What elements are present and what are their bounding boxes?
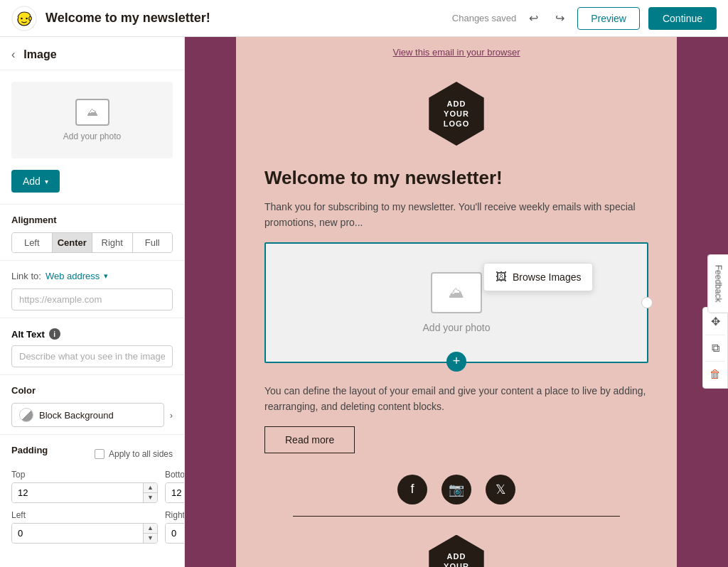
color-swatch xyxy=(19,408,33,422)
nav-left: Welcome to my newsletter! xyxy=(11,6,210,31)
padding-top: Top ▲ ▼ xyxy=(11,470,158,503)
view-browser-link[interactable]: View this email in your browser xyxy=(393,47,520,58)
padding-left: Left ▲ ▼ xyxy=(11,510,158,544)
padding-section: Padding Apply to all sides Top ▲ ▼ xyxy=(0,434,184,551)
alignment-label: Alignment xyxy=(11,215,173,225)
email-container: View this email in your browser ADDYOURL… xyxy=(236,37,677,567)
bottom-stepper[interactable]: ▲ ▼ xyxy=(165,482,185,503)
left-input[interactable] xyxy=(12,524,143,543)
align-full-button[interactable]: Full xyxy=(133,233,173,252)
browse-images-popup[interactable]: 🖼 Browse Images xyxy=(483,263,593,291)
top-down-button[interactable]: ▼ xyxy=(144,493,157,502)
footer-logo-section: ADDYOURLOGO xyxy=(264,528,648,567)
toolbar-divider-2 xyxy=(705,361,725,362)
mailchimp-logo xyxy=(11,6,37,31)
right-label: Right xyxy=(165,510,185,520)
right-input[interactable] xyxy=(166,524,185,543)
bottom-input[interactable] xyxy=(166,483,185,502)
nav-right: Changes saved ↩ ↪ Preview Continue xyxy=(452,7,717,30)
add-photo-label: Add your photo xyxy=(63,131,121,141)
add-block-button[interactable]: + xyxy=(446,352,466,372)
apply-all: Apply to all sides xyxy=(95,449,173,459)
right-stepper[interactable]: ▲ ▼ xyxy=(165,523,185,544)
preview-button[interactable]: Preview xyxy=(577,7,640,30)
image-icon xyxy=(75,99,109,126)
sidebar: ‹ Image Add your photo Add ▾ Alignment L… xyxy=(0,37,185,567)
info-icon: i xyxy=(49,328,60,340)
alt-text-input[interactable] xyxy=(11,345,173,367)
move-button[interactable]: ✥ xyxy=(705,310,725,333)
link-value[interactable]: Web address xyxy=(46,271,100,281)
read-more-button[interactable]: Read more xyxy=(264,426,355,453)
delete-button[interactable]: 🗑 xyxy=(705,363,725,386)
svg-point-4 xyxy=(26,17,28,19)
color-chevron-icon[interactable]: › xyxy=(170,410,173,421)
link-input[interactable] xyxy=(11,288,173,310)
logo-hex: ADDYOURLOGO xyxy=(424,82,488,146)
main-layout: ‹ Image Add your photo Add ▾ Alignment L… xyxy=(0,37,728,567)
save-status: Changes saved xyxy=(452,13,516,23)
image-upload-area[interactable]: Add your photo xyxy=(11,82,173,158)
left-up-button[interactable]: ▲ xyxy=(144,524,157,534)
apply-all-checkbox[interactable] xyxy=(95,449,105,459)
svg-point-3 xyxy=(21,17,23,19)
add-button[interactable]: Add ▾ xyxy=(11,170,60,193)
left-stepper[interactable]: ▲ ▼ xyxy=(11,523,158,544)
alt-text-section: Alt Text i xyxy=(0,318,184,374)
undo-button[interactable]: ↩ xyxy=(525,9,542,28)
top-arrows: ▲ ▼ xyxy=(143,483,157,502)
padding-bottom: Bottom ▲ ▼ xyxy=(165,470,185,503)
color-row: Block Background › xyxy=(11,403,173,427)
link-label: Link to: xyxy=(11,271,41,281)
link-row: Link to: Web address ▾ xyxy=(11,271,173,281)
email-headline: Welcome to my newsletter! xyxy=(264,167,648,189)
padding-label: Padding xyxy=(11,445,48,455)
top-stepper[interactable]: ▲ ▼ xyxy=(11,482,158,503)
add-btn-arrow-icon: ▾ xyxy=(45,178,48,185)
left-arrows: ▲ ▼ xyxy=(143,524,157,543)
email-intro: Thank you for subscribing to my newslett… xyxy=(264,199,648,231)
padding-right: Right ▲ ▼ xyxy=(165,510,185,544)
browse-images-label: Browse Images xyxy=(513,271,581,283)
footer-logo-hex: ADDYOURLOGO xyxy=(424,535,488,567)
image-block[interactable]: Add your photo + xyxy=(264,242,648,363)
svg-point-5 xyxy=(29,16,32,20)
twitter-icon[interactable]: 𝕏 xyxy=(486,475,515,504)
align-left-button[interactable]: Left xyxy=(12,233,53,252)
social-row: f 📷 𝕏 xyxy=(264,468,648,516)
duplicate-button[interactable]: ⧉ xyxy=(705,337,725,360)
logo-section[interactable]: ADDYOURLOGO xyxy=(236,68,677,153)
padding-grid: Top ▲ ▼ Bottom ▲ ▼ xyxy=(11,470,173,544)
redo-button[interactable]: ↪ xyxy=(551,9,569,28)
add-btn-label: Add xyxy=(23,176,41,187)
alignment-row: Left Center Right Full xyxy=(11,232,173,253)
back-button[interactable]: ‹ xyxy=(11,48,15,61)
alt-text-label: Alt Text i xyxy=(11,328,173,340)
feedback-tab[interactable]: Feedback xyxy=(708,254,728,313)
top-input[interactable] xyxy=(12,483,143,502)
continue-button[interactable]: Continue xyxy=(648,7,717,30)
browse-images-icon: 🖼 xyxy=(496,271,507,284)
top-up-button[interactable]: ▲ xyxy=(144,483,157,493)
top-label: Top xyxy=(11,470,158,480)
align-center-button[interactable]: Center xyxy=(53,233,93,252)
left-label: Left xyxy=(11,510,158,520)
facebook-icon[interactable]: f xyxy=(397,475,427,504)
link-chevron-icon: ▾ xyxy=(104,271,108,281)
color-swatch-label: Block Background xyxy=(39,410,114,421)
top-nav: Welcome to my newsletter! Changes saved … xyxy=(0,0,728,37)
color-swatch-row[interactable]: Block Background xyxy=(11,403,164,427)
left-down-button[interactable]: ▼ xyxy=(144,534,157,543)
resize-handle[interactable] xyxy=(641,297,653,308)
padding-header: Padding Apply to all sides xyxy=(11,445,173,463)
email-body-text: You can define the layout of your email … xyxy=(264,383,648,415)
email-body: Welcome to my newsletter! Thank you for … xyxy=(236,153,677,567)
email-topbar: View this email in your browser xyxy=(236,37,677,68)
toolbar-divider xyxy=(705,335,725,335)
apply-all-label: Apply to all sides xyxy=(109,449,173,459)
alignment-section: Alignment Left Center Right Full xyxy=(0,204,184,260)
align-right-button[interactable]: Right xyxy=(92,233,133,252)
image-placeholder: Add your photo xyxy=(266,244,647,362)
color-section: Color Block Background › xyxy=(0,374,184,434)
instagram-icon[interactable]: 📷 xyxy=(441,475,471,504)
